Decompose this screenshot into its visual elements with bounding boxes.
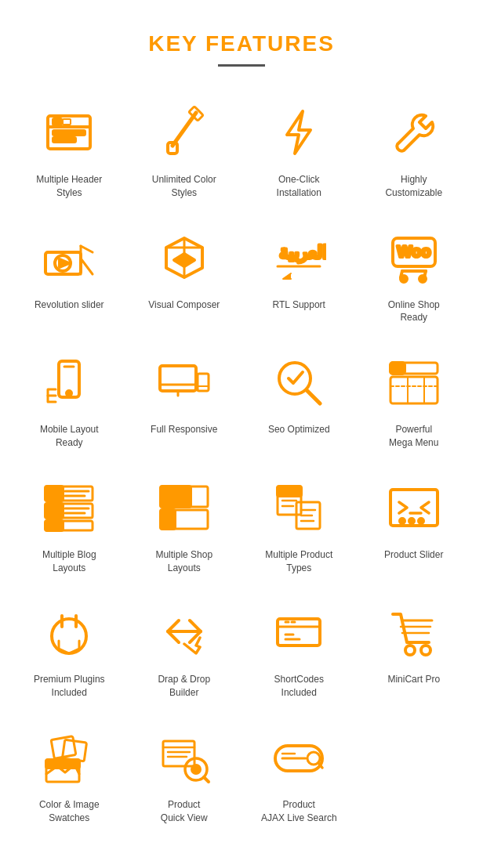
svg-point-73 [52,619,86,653]
full-responsive-label: Full Responsive [151,423,217,436]
feature-powerful-mega-menu: Powerful Mega Menu [361,340,468,458]
feature-multiple-blog-layouts: Multiple Blog Layouts [16,465,123,583]
feature-seo-optimized: Seo Optimized [245,340,353,458]
online-shop-ready-icon: Woo [383,226,445,289]
powerful-mega-menu-icon [383,351,445,414]
title-divider [218,64,265,67]
shortcodes-included-label: ShortCodes Included [274,673,324,700]
highly-customizable-icon [383,101,445,164]
svg-marker-12 [60,259,69,267]
svg-rect-55 [45,521,63,530]
multiple-product-types-label: Multiple Product Types [265,548,332,575]
unlimited-color-styles-icon [153,101,216,164]
multiple-header-styles-label: Multiple Header Styles [36,173,102,200]
premium-plugins-included-icon [38,601,100,664]
svg-rect-47 [45,486,63,501]
one-click-installation-icon [267,101,330,164]
svg-point-27 [401,276,407,282]
color-image-swatches-label: Color & Image Swatches [39,798,100,825]
feature-one-click-installation: One-Click Installation [245,90,353,208]
svg-rect-59 [161,510,175,529]
visual-composer-icon [153,226,216,289]
powerful-mega-menu-label: Powerful Mega Menu [389,423,438,450]
svg-marker-19 [174,254,194,266]
feature-highly-customizable: Highly Customizable [361,90,468,208]
visual-composer-label: Visual Composer [148,298,220,312]
feature-rtl-support: العربيةRTL Support [245,215,353,333]
product-ajax-live-search-label: Product AJAX Live Search [261,798,337,825]
svg-point-70 [400,519,405,523]
product-slider-icon [383,476,445,539]
feature-minicart-pro: MiniCart Pro [361,590,468,707]
feature-unlimited-color-styles: Unlimited Color Styles [131,90,238,208]
revolution-slider-icon [38,226,100,289]
svg-line-6 [172,113,196,146]
feature-product-ajax-live-search: Product AJAX Live Search [245,715,353,833]
multiple-blog-layouts-icon [38,476,100,539]
color-image-swatches-icon [38,726,100,789]
svg-marker-9 [287,111,310,154]
svg-rect-94 [163,741,194,766]
feature-mobile-layout-ready: Mobile Layout Ready [16,340,123,458]
feature-premium-plugins-included: Premium Plugins Included [16,590,123,707]
svg-rect-4 [53,131,85,135]
minicart-pro-icon [383,601,445,664]
seo-optimized-icon [267,351,330,414]
mobile-layout-ready-icon [38,351,100,414]
shortcodes-included-icon [267,601,330,664]
svg-point-71 [409,519,414,523]
svg-rect-3 [63,119,71,125]
product-ajax-live-search-icon [267,726,330,789]
unlimited-color-styles-label: Unlimited Color Styles [152,173,216,200]
feature-multiple-header-styles: Multiple Header Styles [16,90,123,208]
svg-point-88 [405,646,415,655]
feature-shortcodes-included: ShortCodes Included [245,590,353,707]
premium-plugins-included-label: Premium Plugins Included [34,673,105,700]
feature-color-image-swatches: Color & Image Swatches [16,715,123,833]
feature-product-slider: Product Slider [361,465,468,583]
multiple-shop-layouts-icon [153,476,216,539]
highly-customizable-label: Highly Customizable [385,173,442,200]
feature-revolution-slider: Revolution slider [16,215,123,333]
svg-point-28 [419,276,426,282]
feature-product-quick-view: Product Quick View [131,715,238,833]
feature-multiple-shop-layouts: Multiple Shop Layouts [131,465,238,583]
svg-line-13 [81,246,93,252]
svg-text:Woo: Woo [397,243,430,260]
multiple-product-types-icon [267,476,330,539]
svg-point-30 [67,391,71,396]
svg-rect-41 [390,363,405,374]
seo-optimized-label: Seo Optimized [268,423,330,436]
svg-rect-37 [198,374,209,391]
svg-rect-5 [53,138,75,142]
drag-drop-builder-label: Drap & Drop Builder [158,673,210,700]
svg-rect-33 [160,366,196,391]
features-grid: Multiple Header StylesUnlimited Color St… [0,90,483,856]
drag-drop-builder-icon [153,601,216,664]
feature-full-responsive: Full Responsive [131,340,238,458]
rtl-support-icon: العربية [267,226,330,289]
feature-visual-composer: Visual Composer [131,215,238,333]
svg-rect-51 [45,504,63,518]
svg-rect-61 [278,486,301,496]
svg-rect-57 [161,486,191,507]
svg-rect-2 [53,119,61,125]
feature-multiple-product-types: Multiple Product Types [245,465,353,583]
feature-online-shop-ready: WooOnline Shop Ready [361,215,468,333]
revolution-slider-label: Revolution slider [34,298,104,312]
product-quick-view-label: Product Quick View [161,798,208,825]
page-title: KEY FEATURES [0,0,483,64]
full-responsive-icon [153,351,216,414]
svg-point-89 [421,646,430,655]
rtl-support-label: RTL Support [273,298,325,312]
product-slider-label: Product Slider [384,548,443,562]
mobile-layout-ready-label: Mobile Layout Ready [40,423,99,450]
svg-point-99 [192,765,200,773]
one-click-installation-label: One-Click Installation [277,173,321,200]
svg-rect-79 [278,619,320,646]
feature-drag-drop-builder: Drap & Drop Builder [131,590,238,707]
multiple-shop-layouts-label: Multiple Shop Layouts [155,548,212,575]
multiple-header-styles-icon [38,101,100,164]
svg-text:العربية: العربية [279,243,326,263]
minicart-pro-label: MiniCart Pro [387,673,440,686]
